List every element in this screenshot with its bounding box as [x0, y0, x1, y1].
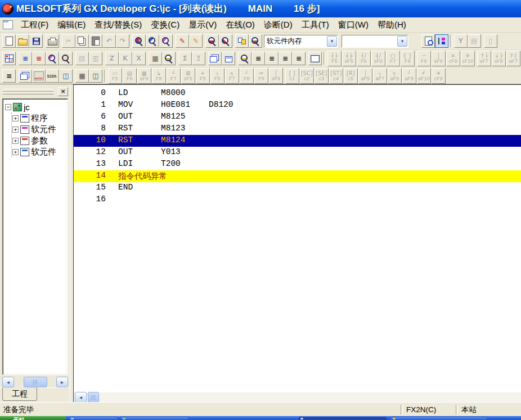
list-edit-button[interactable]: ≡	[32, 52, 46, 65]
taskbar-task-4[interactable]	[390, 417, 487, 420]
find-string-button[interactable]	[159, 34, 173, 48]
taskbar-task-4-icon	[393, 418, 396, 420]
list-row[interactable]: 13LDIT200	[74, 159, 521, 170]
chevron-down-icon[interactable]: ▾	[327, 36, 337, 47]
menu-tools[interactable]: 工具(T)	[297, 19, 334, 31]
device-batch-monitor-button[interactable]: ≡	[279, 52, 292, 65]
step-number: 6	[74, 112, 106, 121]
list-view-button[interactable]: ≡	[19, 52, 32, 65]
tree-expander-icon[interactable]: +	[12, 149, 19, 155]
tree-expander-icon[interactable]: +	[12, 138, 19, 144]
scroll-thumb[interactable]	[24, 377, 47, 387]
find-device-button[interactable]	[132, 34, 146, 48]
tree-expander-icon[interactable]: +	[12, 115, 19, 121]
program-check-button[interactable]: error	[32, 69, 46, 83]
window-jump-button[interactable]	[208, 52, 222, 65]
list-row[interactable]: 8RSTM8123	[74, 123, 521, 135]
monitor-grid-button[interactable]: ▦	[149, 52, 162, 65]
sym-pulse-down-button: ↓├sF8	[492, 51, 506, 66]
comment-search-button[interactable]	[421, 34, 435, 48]
window-copy-button[interactable]	[19, 69, 32, 83]
window-new-button[interactable]	[222, 52, 235, 65]
new-project-button[interactable]	[2, 34, 16, 48]
close-icon[interactable]: ×	[58, 87, 68, 96]
tree-expander-icon[interactable]: −	[5, 104, 11, 110]
save-project-button[interactable]	[29, 34, 43, 48]
tree-root-jc[interactable]: −jc	[5, 101, 68, 112]
panel-tab-row: 工程	[0, 387, 70, 403]
menu-window[interactable]: 窗口(W)	[334, 19, 373, 31]
monitor-screen-button[interactable]	[308, 52, 322, 65]
tree-item-device-memory[interactable]: +软元件	[12, 146, 68, 157]
ladder-write-button[interactable]: ✎	[189, 34, 203, 48]
menu-edit[interactable]: 编辑(E)	[53, 19, 90, 31]
tab-project[interactable]: 工程	[2, 387, 37, 401]
cross-reference-icon: Y	[456, 37, 466, 46]
step-number: 12	[74, 147, 106, 156]
taskbar-task-2[interactable]	[120, 417, 189, 420]
list-row[interactable]: 15END	[74, 182, 521, 194]
menu-find-replace[interactable]: 查找/替换(S)	[90, 19, 146, 31]
verify-with-plc-button[interactable]	[249, 34, 262, 48]
monitor-start-button[interactable]: ≡	[251, 52, 265, 65]
menu-view[interactable]: 显示(V)	[184, 19, 221, 31]
menu-convert[interactable]: 变换(C)	[146, 19, 184, 31]
menu-help[interactable]: 帮助(H)	[373, 19, 411, 31]
list-row[interactable]: 14指令代码异常	[74, 170, 521, 182]
child-window-icon[interactable]	[3, 20, 13, 29]
list-row[interactable]: 10RSTM8124	[74, 135, 521, 147]
list-row[interactable]: 12OUTY013	[74, 147, 521, 159]
partial-run-button[interactable]: ◫	[59, 69, 73, 83]
app-icon	[2, 3, 14, 15]
open-project-button[interactable]	[16, 34, 29, 48]
ladder-insert-icon: ✎	[177, 37, 187, 46]
test-grid-button[interactable]: ▦	[75, 69, 89, 83]
scroll-thumb[interactable]	[88, 392, 99, 403]
find-replace-device-button[interactable]	[146, 34, 159, 48]
start-button[interactable]: 开始	[0, 416, 66, 420]
menu-diagnostics[interactable]: 诊断(D)	[259, 19, 297, 31]
step-run-button[interactable]: ≡	[2, 69, 16, 83]
scroll-left-button[interactable]: ◂	[75, 392, 87, 403]
ladder-insert-button[interactable]: ✎	[176, 34, 189, 48]
paste-button	[89, 34, 102, 48]
tree-expander-icon[interactable]: +	[12, 127, 19, 133]
tree-horizontal-scrollbar[interactable]: ◂▸	[2, 376, 68, 387]
device-search-button[interactable]	[46, 52, 59, 65]
project-data-list-toggle-button[interactable]	[435, 34, 448, 48]
list-row[interactable]: 16	[74, 194, 521, 206]
step-range-button[interactable]: S1S9↓	[46, 69, 59, 83]
device-memory-combo[interactable]: 软元件内存▾	[264, 35, 338, 48]
tree-item-parameter-icon	[20, 137, 29, 145]
ladder-view-button[interactable]	[2, 52, 16, 65]
skip-run-button[interactable]: ◫	[89, 69, 102, 83]
monitor-condition-button[interactable]	[162, 52, 176, 65]
list-row[interactable]: 1MOVH0E081D8120	[74, 100, 521, 111]
find-device-icon	[134, 37, 144, 46]
scroll-right-button[interactable]: ▸	[56, 377, 68, 387]
edit-target-combo[interactable]: ▾	[342, 35, 408, 48]
monitor-stop-button[interactable]: ≡	[265, 52, 279, 65]
tree-item-program[interactable]: +程序	[12, 112, 68, 124]
zoom-read-button[interactable]	[205, 34, 219, 48]
list-row[interactable]: 6OUTM8125	[74, 111, 521, 123]
scroll-left-button[interactable]: ◂	[2, 377, 14, 387]
panel-grip[interactable]	[3, 89, 53, 94]
print-button[interactable]	[46, 34, 59, 48]
list-horizontal-scrollbar[interactable]: ◂	[74, 392, 521, 402]
tree-item-device-comment[interactable]: +软元件	[12, 124, 68, 135]
menu-online[interactable]: 在线(O)	[221, 19, 259, 31]
taskbar-task-1[interactable]	[69, 417, 118, 420]
transfer-setup-button[interactable]	[235, 34, 249, 48]
sort-ascending-button: Σ	[178, 52, 192, 65]
remote-operation-button[interactable]	[238, 52, 251, 65]
copy-button[interactable]	[75, 34, 89, 48]
taskbar-task-3[interactable]	[298, 417, 387, 420]
status-ready-text: 准备完毕	[0, 405, 401, 415]
entry-data-monitor-button[interactable]: ≡	[292, 52, 306, 65]
menu-project[interactable]: 工程(F)	[16, 19, 53, 31]
tree-item-parameter[interactable]: +参数	[12, 135, 68, 146]
zoom-write-button[interactable]	[219, 34, 232, 48]
list-row[interactable]: 0LDM8000	[74, 88, 521, 100]
chevron-down-icon[interactable]: ▾	[397, 36, 407, 47]
